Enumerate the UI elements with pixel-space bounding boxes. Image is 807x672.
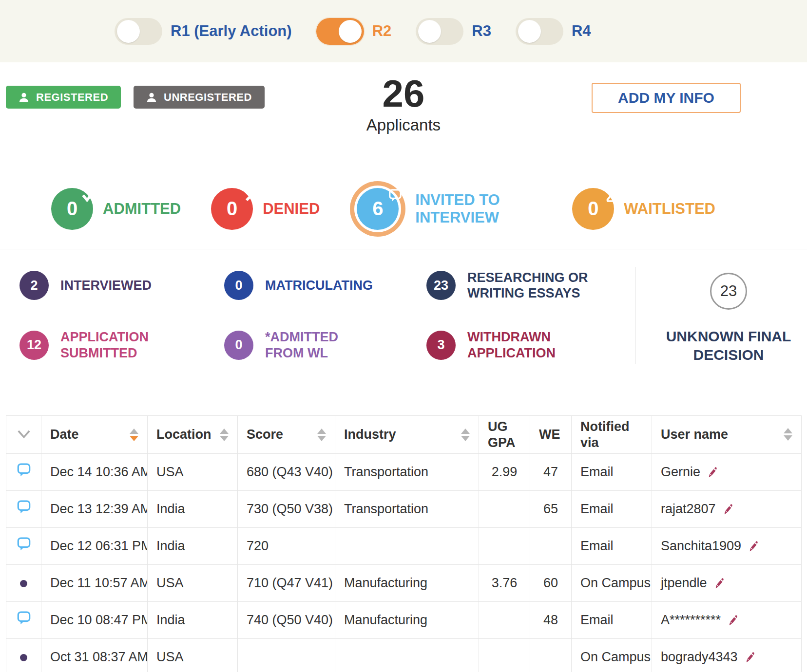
toggle-knob xyxy=(117,20,140,43)
location-cell: India xyxy=(148,491,238,528)
substatus-application-submitted[interactable]: 12 APPLICATION SUBMITTED xyxy=(19,327,224,364)
sort-date[interactable] xyxy=(130,429,138,441)
status-invited-to-interview[interactable]: 6 INVITED TO INTERVIEW xyxy=(350,188,542,230)
round-group-r4: R4 xyxy=(516,18,591,45)
round-group-r2: R2 xyxy=(316,18,392,45)
we-column-header: WE xyxy=(530,416,572,454)
row-status-icon-cell[interactable] xyxy=(6,454,41,491)
chat-bubble-icon[interactable] xyxy=(17,463,31,478)
user-name-cell: bogrady4343 xyxy=(652,639,802,672)
ug-gpa-column-header: UG GPA xyxy=(479,416,530,454)
score-column-header[interactable]: Score xyxy=(238,416,335,454)
location-cell: USA xyxy=(148,639,238,672)
status-denied[interactable]: 0 DENIED xyxy=(211,188,320,230)
edit-pencil-icon[interactable] xyxy=(743,651,754,664)
status-waitlisted[interactable]: 0 WAITLISTED xyxy=(572,188,715,230)
industry-cell: Transportation xyxy=(335,454,479,491)
edit-pencil-icon[interactable] xyxy=(726,614,737,627)
we-cell xyxy=(530,639,572,672)
edit-pencil-icon[interactable] xyxy=(705,466,717,479)
substatus-withdrawn[interactable]: 3 WITHDRAWN APPLICATION xyxy=(426,327,641,364)
location-cell: India xyxy=(148,528,238,565)
row-status-icon-cell[interactable] xyxy=(6,491,41,528)
substatus-interviewed[interactable]: 2 INTERVIEWED xyxy=(19,267,224,304)
chat-bubble-icon[interactable] xyxy=(17,611,31,626)
chat-bubble-icon[interactable] xyxy=(17,537,31,552)
user-name-column-header[interactable]: User name xyxy=(652,416,802,454)
notified-via-cell: Email xyxy=(572,491,652,528)
user-name-cell: A********** xyxy=(652,602,802,639)
ug-gpa-cell xyxy=(479,639,530,672)
add-my-info-button[interactable]: ADD MY INFO xyxy=(592,83,741,113)
date-cell: Oct 31 08:37 AM xyxy=(41,639,148,672)
check-icon xyxy=(80,185,97,207)
sort-location[interactable] xyxy=(220,429,229,441)
sort-user-name[interactable] xyxy=(784,428,792,441)
sort-industry[interactable] xyxy=(461,429,470,441)
score-cell: 680 (Q43 V40) xyxy=(238,454,335,491)
date-column-header[interactable]: Date xyxy=(41,416,148,454)
industry-cell: Manufacturing xyxy=(335,565,479,602)
industry-cell: Transportation xyxy=(335,491,479,528)
row-status-icon-cell[interactable] xyxy=(6,565,41,602)
we-cell xyxy=(530,528,572,565)
summary-section: REGISTERED UNREGISTERED 26 Applicants AD… xyxy=(0,62,807,168)
interviewed-label: INTERVIEWED xyxy=(60,278,152,293)
substatus-researching[interactable]: 23 RESEARCHING OR WRITING ESSAYS xyxy=(426,267,641,304)
score-cell xyxy=(238,639,335,672)
waitlisted-label: WAITLISTED xyxy=(624,200,715,218)
round-toggle-r1[interactable] xyxy=(115,18,162,45)
edit-pencil-icon[interactable] xyxy=(712,577,724,590)
chat-bubble-icon[interactable] xyxy=(17,500,31,515)
location-column-header[interactable]: Location xyxy=(148,416,238,454)
round-label-r3: R3 xyxy=(472,22,491,40)
x-icon xyxy=(244,185,257,207)
location-cell: India xyxy=(148,602,238,639)
row-status-icon-cell[interactable] xyxy=(6,639,41,672)
row-status-icon-cell[interactable] xyxy=(6,602,41,639)
unknown-final-decision-label: UNKNOWN FINAL DECISION xyxy=(650,327,807,364)
score-cell: 720 xyxy=(238,528,335,565)
substatus-admitted-from-wl[interactable]: 0 *ADMITTED FROM WL xyxy=(224,327,426,364)
edit-pencil-icon[interactable] xyxy=(721,503,732,516)
date-cell: Dec 10 08:47 PM xyxy=(41,602,148,639)
user-name-cell: rajat2807 xyxy=(652,491,802,528)
withdrawn-label: WITHDRAWN APPLICATION xyxy=(467,329,579,361)
table-row: Dec 13 12:39 AM India 730 (Q50 V38) Tran… xyxy=(6,491,802,528)
status-dot-icon xyxy=(20,580,27,587)
user-name-text: A********** xyxy=(661,613,721,628)
score-cell: 740 (Q50 V40) xyxy=(238,602,335,639)
row-status-icon-cell[interactable] xyxy=(6,528,41,565)
table-row: Dec 10 08:47 PM India 740 (Q50 V40) Manu… xyxy=(6,602,802,639)
status-admitted[interactable]: 0 ADMITTED xyxy=(51,188,181,230)
date-cell: Dec 13 12:39 AM xyxy=(41,491,148,528)
table-header-row: Date Location Score Industry UG GPA WE xyxy=(6,416,802,454)
unknown-count-circle: 23 xyxy=(710,273,747,310)
date-cell: Dec 11 10:57 AM xyxy=(41,565,148,602)
notified-via-cell: On Campus xyxy=(572,639,652,672)
table-row: Dec 11 10:57 AM USA 710 (Q47 V41) Manufa… xyxy=(6,565,802,602)
table-row: Dec 12 06:31 PM India 720 Email Sanchita… xyxy=(6,528,802,565)
ug-gpa-cell xyxy=(479,528,530,565)
chevron-down-icon[interactable] xyxy=(17,430,31,439)
round-toggle-r3[interactable] xyxy=(416,18,463,45)
industry-column-header[interactable]: Industry xyxy=(335,416,479,454)
substatus-matriculating[interactable]: 0 MATRICULATING xyxy=(224,267,426,304)
round-toggle-r2[interactable] xyxy=(316,18,364,45)
notified-via-cell: Email xyxy=(572,528,652,565)
user-name-text: Gernie xyxy=(661,465,700,480)
notified-via-cell: Email xyxy=(572,602,652,639)
hourglass-icon xyxy=(604,185,618,207)
table-row: Oct 31 08:37 AM USA On Campus bogrady434… xyxy=(6,639,802,672)
round-group-r3: R3 xyxy=(416,18,491,45)
round-toggle-r4[interactable] xyxy=(516,18,563,45)
location-cell: USA xyxy=(148,565,238,602)
user-name-cell: Sanchita1909 xyxy=(652,528,802,565)
sort-score[interactable] xyxy=(317,429,326,441)
expand-all-header[interactable] xyxy=(6,416,41,454)
round-label-r1: R1 (Early Action) xyxy=(171,22,292,40)
edit-pencil-icon[interactable] xyxy=(746,540,758,553)
matriculating-label: MATRICULATING xyxy=(265,278,373,293)
status-dot-icon xyxy=(20,654,27,661)
researching-label: RESEARCHING OR WRITING ESSAYS xyxy=(467,270,589,301)
